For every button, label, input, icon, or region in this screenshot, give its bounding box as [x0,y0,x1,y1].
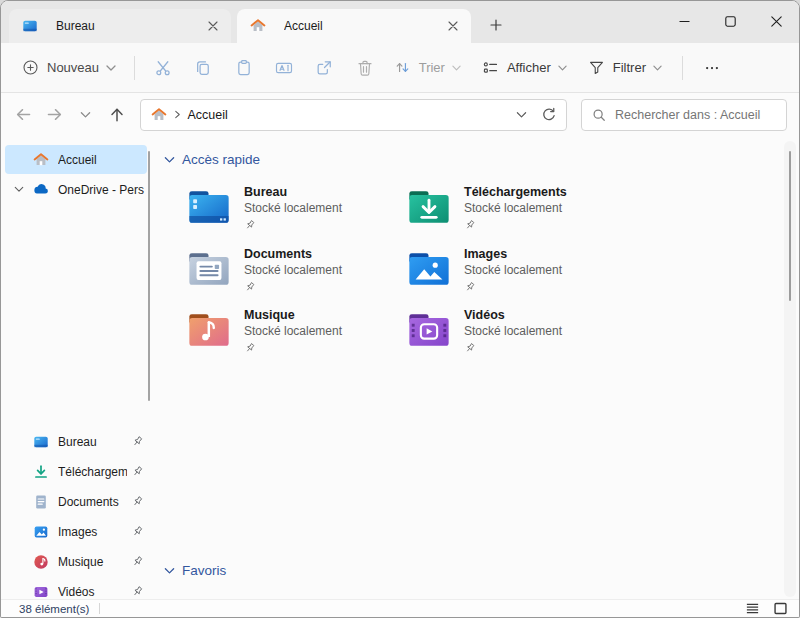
desktop-icon [33,434,49,450]
onedrive-cloud-icon [33,182,49,198]
pin-icon [244,281,256,293]
breadcrumb-controls [508,102,562,128]
tile-bureau[interactable]: Bureau Stocké localement [186,184,406,246]
tile-status: Stocké localement [464,201,567,216]
command-bar: Nouveau Trier [1,43,799,93]
new-item-button[interactable]: Nouveau [11,51,126,84]
chevron-down-icon [106,65,116,71]
paste-icon [234,58,254,78]
new-tab-button[interactable] [481,11,511,39]
section-favorites[interactable]: Favoris [164,563,226,578]
home-icon [151,107,167,123]
maximize-button[interactable] [707,1,753,41]
search-box[interactable] [581,99,787,131]
rename-button[interactable] [264,50,304,86]
tile-status: Stocké localement [244,324,342,339]
tile-name: Documents [244,247,342,262]
sidebar-item-label: Documents [58,495,127,509]
tile-documents[interactable]: Documents Stocké localement [186,246,406,308]
back-button[interactable] [9,100,38,130]
delete-button[interactable] [344,50,384,86]
more-icon [703,59,721,77]
chevron-down-icon[interactable] [164,567,175,575]
view-button[interactable]: Afficher [473,51,575,84]
folder-videos-icon [406,307,452,353]
minimize-button[interactable] [661,1,707,41]
sidebar-item-bureau[interactable]: Bureau [5,427,147,456]
search-input[interactable] [615,108,776,122]
home-icon [250,18,266,34]
tab-label: Bureau [56,19,194,33]
back-icon [15,107,32,122]
view-commands: Trier Afficher Filtrer [385,50,729,86]
forward-button[interactable] [40,100,69,130]
sort-label: Trier [419,60,445,75]
recent-locations-button[interactable] [71,100,100,130]
sidebar-item-images[interactable]: Images [5,517,147,546]
tile-videos[interactable]: Vidéos Stocké localement [406,307,626,369]
desktop-icon [22,18,38,34]
large-icons-view-button[interactable] [771,601,789,617]
sort-button[interactable]: Trier [385,51,469,84]
breadcrumb[interactable]: Accueil [140,99,568,131]
large-icons-view-icon [773,601,788,616]
new-item-label: Nouveau [47,60,99,75]
picture-icon [33,524,49,540]
view-switcher [743,601,799,617]
sidebar-item-label: Images [58,525,127,539]
filter-button[interactable]: Filtrer [579,51,670,84]
tab-accueil[interactable]: Accueil [237,9,471,43]
close-icon [771,16,782,27]
cut-button[interactable] [143,50,183,86]
copy-icon [193,58,213,78]
address-bar: Accueil [1,93,799,136]
file-explorer-window: Bureau Accueil [0,0,800,618]
section-quick-access[interactable]: Accès rapide [164,152,260,167]
document-icon [33,494,49,510]
tile-status: Stocké localement [464,263,562,278]
tile-musique[interactable]: Musique Stocké localement [186,307,406,369]
up-icon [109,107,125,123]
folder-music-icon [186,307,232,353]
chevron-down-icon [558,65,567,71]
tile-images[interactable]: Images Stocké localement [406,246,626,308]
music-icon [33,554,49,570]
tab-bureau[interactable]: Bureau [9,9,231,43]
content-scrollbar[interactable] [784,141,796,597]
up-button[interactable] [102,100,131,130]
see-more-button[interactable] [695,50,729,86]
rename-icon [274,58,294,78]
details-view-button[interactable] [743,601,761,617]
forward-icon [46,107,63,122]
tab-bar: Bureau Accueil [1,1,799,43]
expand-chevron-icon[interactable] [5,186,33,193]
tab-close-icon[interactable] [203,16,223,36]
scrollbar-thumb[interactable] [789,151,791,301]
pin-icon [131,465,144,478]
sidebar-item-accueil[interactable]: Accueil [5,145,147,174]
chevron-down-icon[interactable] [164,156,175,164]
filter-icon [587,58,606,77]
refresh-button[interactable] [535,102,562,128]
tab-close-icon[interactable] [443,16,463,36]
content-area: Accueil OneDrive - Pers Bureau [1,137,799,599]
refresh-icon [541,107,556,122]
paste-button[interactable] [224,50,264,86]
pin-icon [131,495,144,508]
sidebar-item-onedrive[interactable]: OneDrive - Pers [5,175,147,204]
sidebar-item-telechargements[interactable]: Téléchargem [5,457,147,486]
home-icon [33,152,49,168]
chevron-down-icon [80,111,91,119]
sidebar-item-documents[interactable]: Documents [5,487,147,516]
share-button[interactable] [304,50,344,86]
sidebar-item-musique[interactable]: Musique [5,547,147,576]
copy-button[interactable] [183,50,223,86]
share-icon [314,58,334,78]
chevron-down-icon [452,65,461,71]
tile-telechargements[interactable]: Téléchargements Stocké localement [406,184,626,246]
tile-status: Stocké localement [464,324,562,339]
breadcrumb-segment[interactable]: Accueil [188,108,228,122]
sidebar-scrollbar[interactable] [148,151,150,401]
address-dropdown-button[interactable] [508,102,535,128]
close-button[interactable] [753,1,799,41]
